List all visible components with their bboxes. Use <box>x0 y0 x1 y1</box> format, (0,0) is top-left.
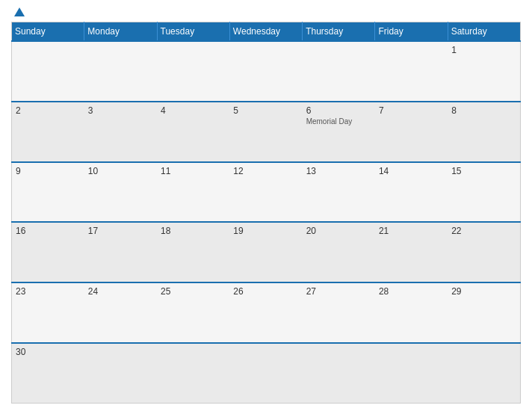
day-number: 4 <box>161 105 226 116</box>
day-number: 1 <box>451 45 516 55</box>
calendar-cell <box>448 343 520 404</box>
day-number: 6 <box>306 105 371 116</box>
calendar-cell: 2 <box>12 102 84 162</box>
day-number: 28 <box>379 286 444 297</box>
calendar-cell: 15 <box>448 162 520 223</box>
day-number: 23 <box>16 286 81 297</box>
day-header-wednesday: Wednesday <box>229 22 302 42</box>
day-number: 15 <box>451 166 516 176</box>
calendar-cell: 25 <box>157 282 229 343</box>
calendar-cell: 28 <box>375 282 448 343</box>
calendar-cell: 8 <box>448 102 520 162</box>
calendar-cell: 6Memorial Day <box>303 102 375 162</box>
calendar-cell: 18 <box>157 222 229 282</box>
calendar-cell: 11 <box>157 162 229 223</box>
day-number: 18 <box>161 226 226 236</box>
day-number: 27 <box>306 286 371 297</box>
logo <box>11 7 25 17</box>
page-header <box>11 7 521 17</box>
calendar-cell: 3 <box>84 102 157 162</box>
day-number: 2 <box>16 105 81 116</box>
calendar-cell: 17 <box>84 222 157 282</box>
calendar-cell: 7 <box>375 102 448 162</box>
day-number: 24 <box>88 286 153 297</box>
calendar-table: SundayMondayTuesdayWednesdayThursdayFrid… <box>11 22 521 404</box>
calendar-cell: 22 <box>448 222 520 282</box>
day-number: 13 <box>306 166 371 176</box>
calendar-cell <box>375 41 448 102</box>
calendar-week-row: 16171819202122 <box>12 222 521 282</box>
calendar-cell: 16 <box>12 222 84 282</box>
calendar-cell: 26 <box>229 282 302 343</box>
calendar-cell: 24 <box>84 282 157 343</box>
logo-triangle-icon <box>14 7 25 16</box>
day-number: 16 <box>16 226 81 236</box>
calendar-cell <box>375 343 448 404</box>
calendar-cell <box>157 41 229 102</box>
day-number: 30 <box>16 347 81 357</box>
calendar-cell <box>229 343 302 404</box>
calendar-cell <box>84 41 157 102</box>
day-number: 22 <box>451 226 516 236</box>
calendar-header-row: SundayMondayTuesdayWednesdayThursdayFrid… <box>12 22 521 42</box>
day-number: 9 <box>16 166 81 176</box>
calendar-cell: 9 <box>12 162 84 223</box>
calendar-cell: 12 <box>229 162 302 223</box>
calendar-cell: 4 <box>157 102 229 162</box>
calendar-cell: 30 <box>12 343 84 404</box>
day-number: 25 <box>161 286 226 297</box>
day-number: 26 <box>233 286 298 297</box>
calendar-cell: 13 <box>303 162 375 223</box>
day-number: 10 <box>88 166 153 176</box>
day-header-friday: Friday <box>375 22 448 42</box>
day-number: 7 <box>379 105 444 116</box>
calendar-cell: 10 <box>84 162 157 223</box>
calendar-week-row: 30 <box>12 343 521 404</box>
day-number: 8 <box>451 105 516 116</box>
day-number: 5 <box>233 105 298 116</box>
day-number: 21 <box>379 226 444 236</box>
calendar-cell: 1 <box>448 41 520 102</box>
day-number: 3 <box>88 105 153 116</box>
calendar-cell: 5 <box>229 102 302 162</box>
calendar-cell <box>84 343 157 404</box>
day-number: 12 <box>233 166 298 176</box>
calendar-cell: 20 <box>303 222 375 282</box>
calendar-week-row: 23456Memorial Day78 <box>12 102 521 162</box>
calendar-cell <box>303 343 375 404</box>
calendar-cell: 19 <box>229 222 302 282</box>
day-header-saturday: Saturday <box>448 22 520 42</box>
day-header-thursday: Thursday <box>303 22 375 42</box>
calendar-week-row: 9101112131415 <box>12 162 521 223</box>
calendar-cell: 27 <box>303 282 375 343</box>
day-number: 11 <box>161 166 226 176</box>
day-header-tuesday: Tuesday <box>157 22 229 42</box>
calendar-cell: 23 <box>12 282 84 343</box>
calendar-cell <box>12 41 84 102</box>
calendar-cell: 14 <box>375 162 448 223</box>
calendar-week-row: 1 <box>12 41 521 102</box>
day-number: 14 <box>379 166 444 176</box>
calendar-cell: 21 <box>375 222 448 282</box>
calendar-week-row: 23242526272829 <box>12 282 521 343</box>
day-number: 29 <box>451 286 516 297</box>
calendar-cell <box>229 41 302 102</box>
calendar-cell <box>303 41 375 102</box>
day-number: 19 <box>233 226 298 236</box>
calendar-cell: 29 <box>448 282 520 343</box>
day-header-monday: Monday <box>84 22 157 42</box>
day-number: 20 <box>306 226 371 236</box>
calendar-cell <box>157 343 229 404</box>
day-number: 17 <box>88 226 153 236</box>
day-header-sunday: Sunday <box>12 22 84 42</box>
holiday-label: Memorial Day <box>306 117 371 126</box>
